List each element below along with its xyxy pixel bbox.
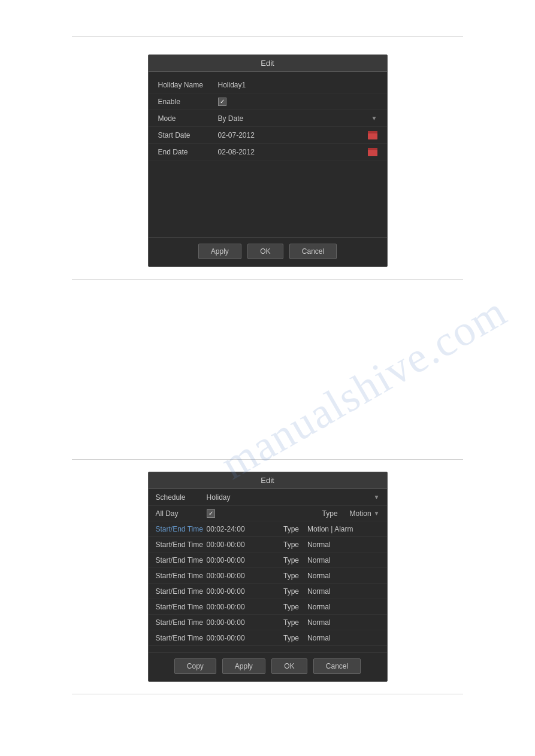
time-row-type-label: Type <box>283 603 307 611</box>
dialog2-apply-button[interactable]: Apply <box>222 658 265 674</box>
time-row-value: 00:00-00:00 <box>207 541 279 549</box>
mode-label: Mode <box>158 114 218 123</box>
edit-dialog-1: Edit Holiday Name Holiday1 Enable Mode B… <box>148 54 388 267</box>
time-row-type-value: Normal <box>307 634 380 642</box>
time-row-type-value: Motion | Alarm <box>307 525 380 533</box>
all-day-label: All Day <box>156 509 207 518</box>
holiday-name-row: Holiday Name Holiday1 <box>149 77 387 93</box>
mode-value: By Date <box>218 114 244 123</box>
time-row: Start/End Time 00:00-00:00 Type Normal <box>149 568 387 584</box>
start-date-calendar-icon[interactable] <box>368 131 377 139</box>
mode-select[interactable]: By Date ▼ <box>218 114 377 123</box>
time-row-type-value: Normal <box>307 618 380 627</box>
time-row-value: 00:00-00:00 <box>207 572 279 580</box>
all-day-row: All Day Type Motion ▼ <box>149 506 387 521</box>
dialog1-title: Edit <box>149 55 387 72</box>
schedule-select[interactable]: Holiday ▼ <box>207 493 380 502</box>
schedule-arrow-icon: ▼ <box>374 494 380 500</box>
dialog2-cancel-button[interactable]: Cancel <box>313 658 361 674</box>
dialog1-empty-space <box>149 160 387 232</box>
start-date-row: Start Date 02-07-2012 <box>149 127 387 144</box>
type-label: Type <box>322 509 346 518</box>
end-date-value: 02-08-2012 <box>218 148 368 156</box>
dialog1-apply-button[interactable]: Apply <box>198 244 241 259</box>
start-date-value: 02-07-2012 <box>218 131 368 139</box>
type-container: Type Motion ▼ <box>318 509 380 518</box>
time-row-type-value: Normal <box>307 556 380 564</box>
dialog2-ok-button[interactable]: OK <box>271 658 307 674</box>
time-row-value: 00:02-24:00 <box>207 525 279 533</box>
end-date-calendar-icon[interactable] <box>368 148 377 156</box>
dialog2-body: Schedule Holiday ▼ All Day Type Mo <box>149 489 387 646</box>
end-date-container: 02-08-2012 <box>218 148 377 156</box>
all-day-container: Type Motion ▼ <box>207 509 380 518</box>
dialog1-body: Holiday Name Holiday1 Enable Mode By Dat… <box>149 72 387 237</box>
dialog2-copy-button[interactable]: Copy <box>174 658 216 674</box>
time-row-type-value: Normal <box>307 541 380 549</box>
time-row-label: Start/End Time <box>156 572 207 580</box>
time-row-value: 00:00-00:00 <box>207 618 279 627</box>
time-row-type-label: Type <box>283 525 307 533</box>
time-row-label: Start/End Time <box>156 587 207 596</box>
time-row: Start/End Time 00:00-00:00 Type Normal <box>149 630 387 646</box>
time-row-label: Start/End Time <box>156 634 207 642</box>
start-date-container: 02-07-2012 <box>218 131 377 139</box>
time-row-label[interactable]: Start/End Time <box>156 525 207 533</box>
schedule-row: Schedule Holiday ▼ <box>149 489 387 506</box>
time-row: Start/End Time 00:00-00:00 Type Normal <box>149 615 387 630</box>
time-row-label: Start/End Time <box>156 603 207 611</box>
middle-section <box>0 280 535 459</box>
dialog2-footer: Copy Apply OK Cancel <box>149 652 387 681</box>
edit-dialog-2: Edit Schedule Holiday ▼ All Day <box>148 472 388 682</box>
time-row-type-label: Type <box>283 556 307 564</box>
time-rows-container: Start/End Time 00:02-24:00 Type Motion |… <box>149 521 387 646</box>
time-row-type-label: Type <box>283 572 307 580</box>
start-date-label: Start Date <box>158 131 218 139</box>
time-row-label: Start/End Time <box>156 541 207 549</box>
time-row: Start/End Time 00:00-00:00 Type Normal <box>149 537 387 552</box>
schedule-label: Schedule <box>156 493 207 502</box>
time-row: Start/End Time 00:02-24:00 Type Motion |… <box>149 521 387 537</box>
time-row: Start/End Time 00:00-00:00 Type Normal <box>149 552 387 568</box>
schedule-value: Holiday <box>207 493 231 502</box>
time-row-value: 00:00-00:00 <box>207 603 279 611</box>
all-day-checkbox[interactable] <box>207 509 215 518</box>
dialog1-footer: Apply OK Cancel <box>149 237 387 266</box>
time-row-type-value: Normal <box>307 572 380 580</box>
time-row-value: 00:00-00:00 <box>207 634 279 642</box>
time-row: Start/End Time 00:00-00:00 Type Normal <box>149 599 387 615</box>
mode-row: Mode By Date ▼ <box>149 110 387 127</box>
dialog1-wrapper: Edit Holiday Name Holiday1 Enable Mode B… <box>0 37 535 279</box>
enable-label: Enable <box>158 98 218 106</box>
dialog2-title: Edit <box>149 472 387 489</box>
dialog2-wrapper: Edit Schedule Holiday ▼ All Day <box>0 460 535 694</box>
time-row-type-label: Type <box>283 541 307 549</box>
enable-checkbox[interactable] <box>218 98 226 106</box>
type-select[interactable]: Motion ▼ <box>350 509 380 518</box>
end-date-row: End Date 02-08-2012 <box>149 144 387 160</box>
holiday-name-label: Holiday Name <box>158 81 218 89</box>
time-row-label: Start/End Time <box>156 618 207 627</box>
time-row-type-label: Type <box>283 634 307 642</box>
end-date-label: End Date <box>158 148 218 156</box>
dialog1-ok-button[interactable]: OK <box>247 244 283 259</box>
type-value: Motion <box>350 509 371 518</box>
time-row-type-value: Normal <box>307 587 380 596</box>
type-arrow-icon: ▼ <box>374 510 380 517</box>
time-row-value: 00:00-00:00 <box>207 587 279 596</box>
holiday-name-value: Holiday1 <box>218 81 377 89</box>
mode-arrow-icon: ▼ <box>371 115 377 122</box>
time-row-type-label: Type <box>283 587 307 596</box>
bottom-section <box>0 694 535 756</box>
time-row-type-value: Normal <box>307 603 380 611</box>
dialog1-cancel-button[interactable]: Cancel <box>289 244 337 259</box>
time-row-type-label: Type <box>283 618 307 627</box>
enable-row: Enable <box>149 93 387 110</box>
time-row: Start/End Time 00:00-00:00 Type Normal <box>149 584 387 599</box>
time-row-label: Start/End Time <box>156 556 207 564</box>
time-row-value: 00:00-00:00 <box>207 556 279 564</box>
